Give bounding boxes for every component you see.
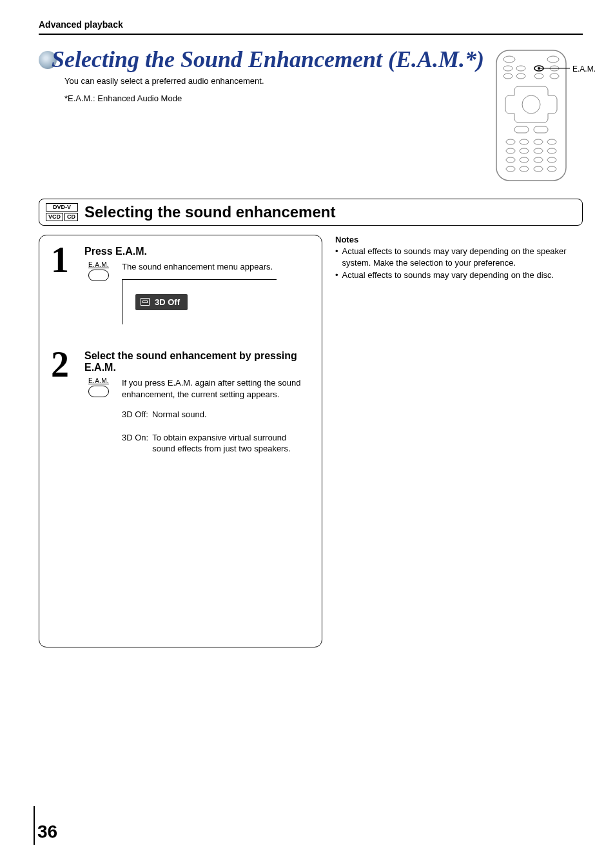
- option-3d-on-key: 3D On:: [122, 432, 148, 455]
- note-item: •Actual effects to sounds may vary depen…: [335, 270, 583, 281]
- footnote-text: *E.A.M.: Enhanced Audio Mode: [64, 94, 485, 103]
- svg-point-21: [534, 148, 543, 153]
- remote-callout-label: E.A.M.: [572, 64, 596, 74]
- screen-icon: [141, 298, 150, 306]
- svg-point-29: [534, 166, 543, 172]
- intro-text: You can easily select a preferred audio …: [64, 76, 485, 86]
- eam-button-label: E.A.M.: [88, 377, 109, 384]
- option-3d-on-value: To obtain expansive virtual surround sou…: [152, 432, 310, 455]
- note-text: Actual effects to sounds may vary depend…: [342, 246, 583, 268]
- breadcrumb: Advanced playback: [39, 19, 583, 30]
- remote-diagram: E.A.M.: [493, 48, 583, 186]
- eam-button-label: E.A.M.: [88, 261, 109, 268]
- osd-frame: 3D Off: [122, 279, 277, 325]
- svg-point-16: [520, 139, 529, 144]
- bullet-icon: •: [335, 246, 338, 268]
- section-header: DVD-V VCD CD Selecting the sound enhance…: [39, 199, 583, 226]
- svg-point-27: [506, 166, 515, 172]
- svg-point-23: [506, 157, 515, 163]
- step-2-title: Select the sound enhancement by pressing…: [84, 350, 310, 373]
- osd-text: 3D Off: [155, 297, 180, 308]
- notes-block: Notes •Actual effects to sounds may vary…: [335, 235, 583, 647]
- step-1-title: Press E.A.M.: [84, 246, 310, 257]
- svg-point-15: [506, 139, 515, 144]
- badge-vcd: VCD: [46, 213, 63, 221]
- option-3d-off-key: 3D Off:: [122, 409, 148, 420]
- svg-point-30: [547, 166, 556, 172]
- svg-point-8: [503, 74, 512, 79]
- svg-rect-13: [514, 126, 529, 133]
- step-2-number: 2: [51, 350, 77, 466]
- svg-point-22: [547, 148, 556, 153]
- badge-cd: CD: [64, 213, 78, 221]
- svg-point-26: [547, 157, 556, 163]
- bullet-icon: •: [335, 270, 338, 281]
- note-text: Actual effects to sounds may vary depend…: [342, 270, 554, 281]
- svg-point-28: [520, 166, 529, 172]
- svg-point-12: [522, 95, 540, 113]
- button-outline-icon: [88, 386, 109, 397]
- svg-point-24: [520, 157, 529, 163]
- page-number-rule: [34, 806, 35, 845]
- svg-point-3: [503, 66, 512, 71]
- step-2: 2 Select the sound enhancement by pressi…: [51, 350, 310, 466]
- page-title: Selecting the Sound Enhancement (E.A.M.*…: [39, 48, 485, 72]
- svg-point-19: [506, 148, 515, 153]
- page-title-text: Selecting the Sound Enhancement (E.A.M.*…: [52, 48, 484, 72]
- svg-point-10: [534, 74, 543, 79]
- step-1-description: The sound enhancement menu appears.: [122, 262, 273, 271]
- option-3d-on: 3D On: To obtain expansive virtual surro…: [122, 432, 310, 455]
- button-outline-icon: [88, 270, 109, 281]
- option-3d-off: 3D Off: Normal sound.: [122, 409, 310, 420]
- step-2-text: If you press E.A.M. again after setting …: [122, 377, 310, 466]
- step-2-description: If you press E.A.M. again after setting …: [122, 378, 301, 399]
- title-area: Selecting the Sound Enhancement (E.A.M.*…: [39, 48, 485, 116]
- steps-box: 1 Press E.A.M. E.A.M. The sound enhancem…: [39, 235, 322, 647]
- section-title: Selecting the sound enhancement: [84, 203, 335, 221]
- eam-button-icon: E.A.M.: [84, 261, 113, 281]
- svg-point-25: [534, 157, 543, 163]
- svg-point-2: [547, 56, 559, 63]
- svg-point-9: [516, 74, 525, 79]
- svg-point-11: [550, 74, 559, 79]
- svg-point-20: [520, 148, 529, 153]
- eam-button-icon: E.A.M.: [84, 377, 113, 397]
- svg-rect-14: [534, 126, 548, 133]
- step-1-number: 1: [51, 246, 77, 324]
- svg-point-18: [547, 139, 556, 144]
- format-badges: DVD-V VCD CD: [46, 203, 78, 221]
- svg-point-4: [516, 66, 525, 71]
- note-item: •Actual effects to sounds may vary depen…: [335, 246, 583, 268]
- notes-heading: Notes: [335, 235, 583, 244]
- svg-point-17: [534, 139, 543, 144]
- settings-list: 3D Off: Normal sound. 3D On: To obtain e…: [122, 409, 310, 455]
- step-1-text: The sound enhancement menu appears. 3D O…: [122, 261, 277, 324]
- step-1: 1 Press E.A.M. E.A.M. The sound enhancem…: [51, 246, 310, 324]
- badge-dvd-v: DVD-V: [46, 203, 78, 212]
- divider: [39, 34, 583, 35]
- content-columns: 1 Press E.A.M. E.A.M. The sound enhancem…: [39, 235, 583, 647]
- svg-point-1: [503, 56, 515, 63]
- svg-point-6: [538, 67, 540, 70]
- option-3d-off-value: Normal sound.: [152, 409, 207, 420]
- remote-icon: [493, 48, 570, 183]
- page-number: 36: [37, 822, 57, 842]
- title-row: Selecting the Sound Enhancement (E.A.M.*…: [39, 48, 583, 186]
- osd-indicator: 3D Off: [135, 294, 188, 311]
